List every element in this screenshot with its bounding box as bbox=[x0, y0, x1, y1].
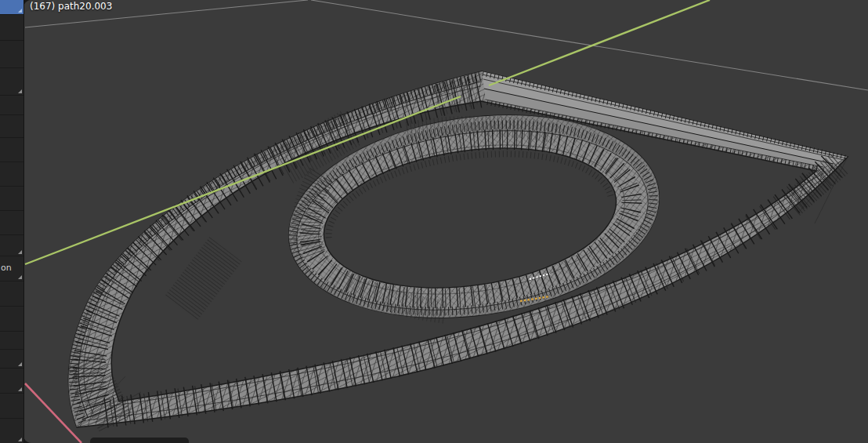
sidebar-panel-block-13[interactable] bbox=[0, 307, 24, 331]
panel-resize-grip-icon[interactable] bbox=[18, 9, 22, 13]
sidebar-panel-block-11[interactable]: on bbox=[0, 256, 24, 281]
sidebar-panel-block-6[interactable] bbox=[0, 138, 24, 162]
panel-resize-grip-icon[interactable] bbox=[18, 362, 22, 366]
panel-resize-grip-icon[interactable] bbox=[18, 387, 22, 391]
sidebar-panel-block-15[interactable] bbox=[0, 350, 24, 368]
sidebar-panel-block-1[interactable] bbox=[0, 15, 24, 40]
sidebar-panel-block-3[interactable] bbox=[0, 68, 24, 95]
3d-viewport[interactable]: (167) path20.003 bbox=[24, 0, 868, 443]
sidebar-panel-block-8[interactable] bbox=[0, 187, 24, 210]
panel-resize-grip-icon[interactable] bbox=[18, 438, 22, 441]
viewport-background bbox=[24, 0, 868, 443]
viewport-scene bbox=[24, 0, 868, 443]
collapsed-operator-panel[interactable] bbox=[90, 438, 189, 443]
sidebar-panel-block-9[interactable] bbox=[0, 211, 24, 234]
sidebar-panel-block-2[interactable] bbox=[0, 41, 24, 67]
sidebar-panel-block-10[interactable] bbox=[0, 235, 24, 256]
sidebar-panel-block-0[interactable] bbox=[0, 0, 24, 14]
panel-resize-grip-icon[interactable] bbox=[18, 250, 22, 254]
sidebar-panel-block-12[interactable] bbox=[0, 281, 24, 306]
sidebar-clipped-label: on bbox=[1, 263, 12, 273]
panel-resize-grip-icon[interactable] bbox=[18, 89, 22, 93]
sidebar-panel-block-17[interactable] bbox=[0, 394, 24, 418]
properties-sidebar[interactable]: on bbox=[0, 0, 24, 443]
sidebar-panel-block-7[interactable] bbox=[0, 162, 24, 186]
sidebar-panel-block-4[interactable] bbox=[0, 96, 24, 114]
sidebar-panel-block-5[interactable] bbox=[0, 115, 24, 137]
panel-resize-grip-icon[interactable] bbox=[18, 275, 22, 279]
sidebar-panel-block-18[interactable] bbox=[0, 419, 24, 443]
blender-window: (167) path20.003 on bbox=[0, 0, 868, 443]
sidebar-panel-block-14[interactable] bbox=[0, 332, 24, 349]
sidebar-panel-block-16[interactable] bbox=[0, 369, 24, 393]
